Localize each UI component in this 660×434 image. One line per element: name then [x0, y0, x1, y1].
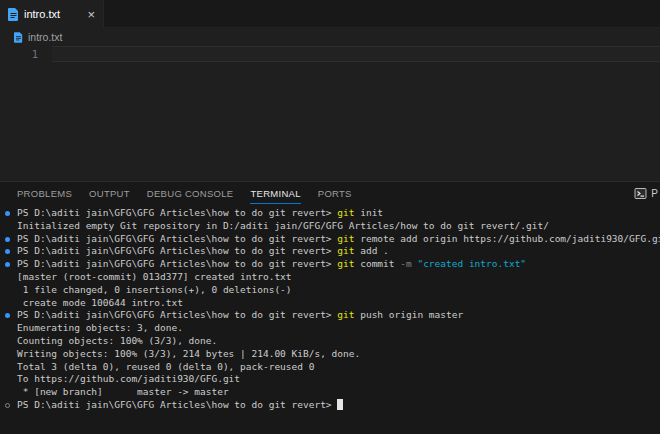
terminal-text: Initialized empty Git repository in D:/a… — [17, 220, 549, 231]
terminal-line: Writing objects: 100% (3/3), 214 bytes |… — [0, 348, 660, 361]
tab-output[interactable]: OUTPUT — [89, 182, 130, 204]
terminal-cursor — [337, 399, 343, 410]
terminal-text: Total 3 (delta 0), reused 0 (delta 0), p… — [17, 361, 314, 372]
file-icon — [14, 32, 23, 43]
terminal-text: add . — [354, 245, 388, 256]
terminal-content[interactable]: PS D:\aditi jain\GFG\GFG Articles\how to… — [0, 204, 660, 434]
command-decoration-icon[interactable] — [5, 313, 10, 318]
tab-ports[interactable]: PORTS — [318, 182, 352, 204]
terminal-line: PS D:\aditi jain\GFG\GFG Articles\how to… — [0, 233, 660, 246]
tab-terminal[interactable]: TERMINAL — [250, 182, 300, 204]
terminal-text: git — [337, 233, 354, 244]
terminal-text: Counting objects: 100% (3/3), done. — [17, 335, 217, 346]
terminal-line: To https://github.com/jaditi930/GFG.git — [0, 373, 660, 386]
terminal-text: PS D:\aditi jain\GFG\GFG Articles\how to… — [17, 233, 337, 244]
terminal-text: push origin master — [354, 309, 463, 320]
editor-area[interactable]: 1 — [0, 46, 660, 181]
terminal-text: -m — [400, 258, 411, 269]
terminal-text: To https://github.com/jaditi930/GFG.git — [17, 373, 240, 384]
command-pending-decoration-icon[interactable] — [5, 403, 10, 408]
terminal-icon — [634, 187, 647, 200]
terminal-line: * [new branch] master -> master — [0, 386, 660, 399]
terminal-line: Initialized empty Git repository in D:/a… — [0, 220, 660, 233]
terminal-text: git — [337, 207, 354, 218]
line-number: 1 — [0, 48, 38, 60]
command-decoration-icon[interactable] — [5, 262, 10, 267]
terminal-text: remote add origin https://github.com/jad… — [354, 233, 660, 244]
terminal-profile-label: P — [651, 188, 658, 199]
terminal-line: PS D:\aditi jain\GFG\GFG Articles\how to… — [0, 309, 660, 322]
terminal-text: git — [337, 245, 354, 256]
current-line-highlight — [52, 46, 660, 62]
terminal-line: PS D:\aditi jain\GFG\GFG Articles\how to… — [0, 245, 660, 258]
terminal-text: init — [354, 207, 383, 218]
tab-intro-txt[interactable]: intro.txt × — [0, 0, 104, 28]
terminal-line: 1 file changed, 0 insertions(+), 0 delet… — [0, 284, 660, 297]
terminal-text: git — [337, 258, 354, 269]
terminal-text: PS D:\aditi jain\GFG\GFG Articles\how to… — [17, 309, 337, 320]
terminal-text: commit — [354, 258, 400, 269]
command-decoration-icon[interactable] — [5, 249, 10, 254]
terminal-profile-item[interactable]: P — [634, 187, 658, 200]
tab-problems[interactable]: PROBLEMS — [17, 182, 72, 204]
terminal-text: PS D:\aditi jain\GFG\GFG Articles\how to… — [17, 399, 337, 410]
tab-debug-console[interactable]: DEBUG CONSOLE — [147, 182, 234, 204]
terminal-line: PS D:\aditi jain\GFG\GFG Articles\how to… — [0, 399, 660, 412]
terminal-text: PS D:\aditi jain\GFG\GFG Articles\how to… — [17, 258, 337, 269]
terminal-text: create mode 100644 intro.txt — [17, 297, 183, 308]
terminal-text: git — [337, 309, 354, 320]
terminal-line: PS D:\aditi jain\GFG\GFG Articles\how to… — [0, 207, 660, 220]
terminal-line: Total 3 (delta 0), reused 0 (delta 0), p… — [0, 361, 660, 374]
terminal-line: [master (root-commit) 013d377] created i… — [0, 271, 660, 284]
bottom-panel: PROBLEMS OUTPUT DEBUG CONSOLE TERMINAL P… — [0, 181, 660, 434]
terminal-text: PS D:\aditi jain\GFG\GFG Articles\how to… — [17, 207, 337, 218]
breadcrumb[interactable]: intro.txt — [0, 28, 660, 46]
tab-label: intro.txt — [24, 8, 83, 20]
file-icon — [8, 8, 19, 21]
terminal-text: * [new branch] master -> master — [17, 386, 229, 397]
terminal-line: Enumerating objects: 3, done. — [0, 322, 660, 335]
terminal-line: PS D:\aditi jain\GFG\GFG Articles\how to… — [0, 258, 660, 271]
command-decoration-icon[interactable] — [5, 211, 10, 216]
panel-header: PROBLEMS OUTPUT DEBUG CONSOLE TERMINAL P… — [0, 182, 660, 204]
terminal-text: [master (root-commit) 013d377] created i… — [17, 271, 292, 282]
terminal-line: Counting objects: 100% (3/3), done. — [0, 335, 660, 348]
breadcrumb-item[interactable]: intro.txt — [28, 31, 62, 43]
terminal-text: 1 file changed, 0 insertions(+), 0 delet… — [17, 284, 292, 295]
command-decoration-icon[interactable] — [5, 237, 10, 242]
vscode-window: intro.txt × intro.txt 1 PROBLEMS OUTPUT … — [0, 0, 660, 434]
panel-tabs: PROBLEMS OUTPUT DEBUG CONSOLE TERMINAL P… — [17, 182, 352, 204]
terminal-line: create mode 100644 intro.txt — [0, 297, 660, 310]
terminal-text: PS D:\aditi jain\GFG\GFG Articles\how to… — [17, 245, 337, 256]
terminal-text: Enumerating objects: 3, done. — [17, 322, 183, 333]
editor-tab-bar: intro.txt × — [0, 0, 660, 28]
close-icon[interactable]: × — [87, 8, 95, 21]
terminal-text: Writing objects: 100% (3/3), 214 bytes |… — [17, 348, 360, 359]
terminal-text: "created intro.txt" — [417, 258, 526, 269]
